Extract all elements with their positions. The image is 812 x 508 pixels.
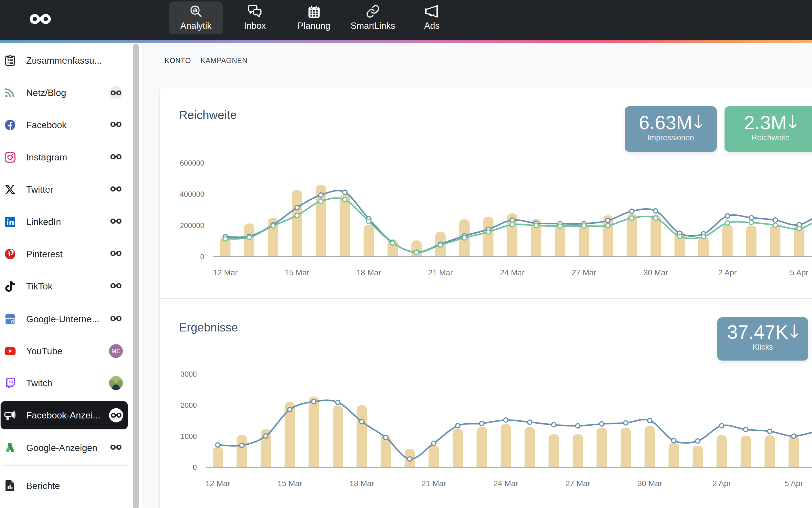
svg-text:0: 0 [193,463,197,471]
svg-text:2 Apr: 2 Apr [712,479,731,488]
svg-text:18 Mar: 18 Mar [349,479,374,488]
svg-text:2 Apr: 2 Apr [718,268,736,277]
svg-text:24 Mar: 24 Mar [493,479,518,488]
svg-text:3000: 3000 [180,370,197,378]
svg-text:2000: 2000 [180,401,197,409]
svg-text:21 Mar: 21 Mar [422,479,446,488]
svg-text:27 Mar: 27 Mar [565,479,590,488]
svg-text:5 Apr: 5 Apr [784,479,803,488]
svg-text:30 Mar: 30 Mar [643,268,668,277]
svg-text:G: G [11,320,14,324]
svg-text:400000: 400000 [180,190,204,198]
svg-text:600000: 600000 [180,159,204,167]
svg-text:30 Mar: 30 Mar [637,479,662,488]
svg-text:21 Mar: 21 Mar [428,268,453,277]
svg-text:200000: 200000 [180,221,204,229]
svg-text:0: 0 [200,253,204,261]
svg-text:15 Mar: 15 Mar [285,268,309,277]
svg-text:1000: 1000 [180,432,197,440]
svg-text:5 Apr: 5 Apr [790,268,808,277]
svg-text:18 Mar: 18 Mar [356,268,381,277]
svg-text:2: 2 [7,61,9,65]
svg-text:24 Mar: 24 Mar [500,268,525,277]
svg-text:12 Mar: 12 Mar [205,479,230,488]
svg-text:27 Mar: 27 Mar [572,268,596,277]
svg-text:15 Mar: 15 Mar [277,479,302,488]
svg-text:12 Mar: 12 Mar [213,268,238,277]
